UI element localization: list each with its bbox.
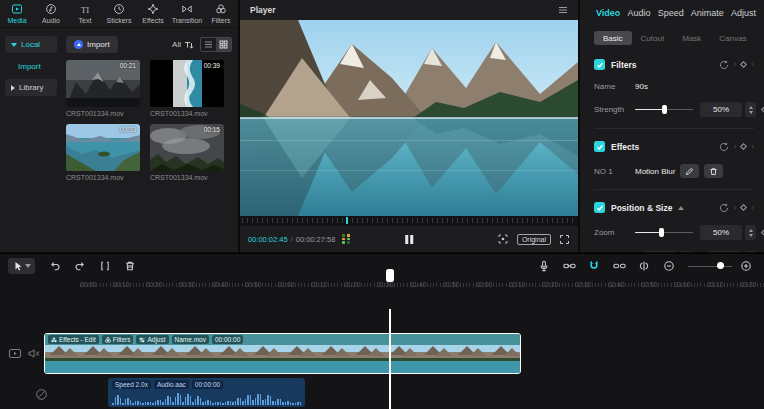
strength-slider[interactable]: [635, 105, 693, 115]
tab-effects[interactable]: Effects: [136, 0, 170, 27]
waveform-bar: [120, 398, 122, 406]
clip-effects-badge[interactable]: Effects - Edit: [48, 335, 99, 344]
zoom-value[interactable]: 50%: [700, 225, 742, 240]
media-thumbnail-wave[interactable]: 00:39: [150, 60, 224, 107]
tab-adjust[interactable]: Adjust: [731, 8, 756, 18]
next-keyframe-icon[interactable]: ›: [751, 143, 754, 151]
timeline-zoom-slider[interactable]: [688, 261, 732, 271]
playhead-line[interactable]: [389, 309, 391, 409]
redo-button[interactable]: [70, 258, 90, 274]
original-quality-button[interactable]: Original: [517, 234, 551, 245]
position-y-value[interactable]: 0: [708, 251, 742, 252]
timeline-ruler[interactable]: 00:0000:1000:2000:3000:4000:5001:0001:10…: [0, 279, 764, 292]
tab-speed[interactable]: Speed: [658, 8, 684, 18]
timeline-audio-clip[interactable]: Speed 2.0x Audio.aac 00:00:00: [108, 378, 305, 407]
mute-audio-track-icon[interactable]: [35, 388, 48, 401]
tab-audio[interactable]: Audio: [34, 0, 68, 27]
import-button[interactable]: Import: [66, 36, 118, 53]
waveform-bar: [112, 403, 114, 405]
subtab-canvas[interactable]: Canvas: [710, 31, 755, 45]
tab-stickers[interactable]: Stickers: [102, 0, 136, 27]
snapping-magnet-icon[interactable]: [584, 258, 604, 274]
position-x-value[interactable]: 0000: [643, 251, 677, 252]
keyframe-icon[interactable]: [740, 143, 747, 150]
keyframe-icon[interactable]: [740, 204, 747, 211]
grid-view-button[interactable]: [216, 38, 231, 51]
audio-speed-badge[interactable]: Speed 2.0x: [112, 380, 151, 389]
sidebar-item-library[interactable]: Library: [5, 79, 57, 96]
filter-all-dropdown[interactable]: All: [172, 40, 181, 49]
prev-keyframe-icon[interactable]: ‹: [734, 204, 737, 212]
tab-filters[interactable]: Filters: [204, 0, 238, 27]
edit-effect-button[interactable]: [680, 164, 699, 178]
media-thumbnail-lake[interactable]: 00:33: [66, 124, 140, 171]
filter-name-value[interactable]: 90s: [635, 82, 648, 91]
mute-video-track-icon[interactable]: [27, 347, 41, 360]
tab-animate[interactable]: Animate: [691, 8, 724, 18]
record-voiceover-icon[interactable]: [534, 258, 554, 274]
collapse-icon[interactable]: [678, 206, 684, 210]
player-menu-icon[interactable]: [558, 6, 568, 14]
waveform-bar: [135, 401, 137, 405]
subtab-mask[interactable]: Mask: [673, 31, 710, 45]
reset-icon[interactable]: [719, 142, 729, 152]
unlink-clips-icon[interactable]: [609, 258, 629, 274]
video-preview[interactable]: [240, 20, 578, 216]
preview-quality-icon[interactable]: [497, 233, 509, 245]
media-filename: CRST001334.mov: [150, 174, 224, 181]
position-y-stepper[interactable]: [745, 251, 756, 252]
filters-icon: [215, 3, 227, 15]
tab-transition[interactable]: Transition: [170, 0, 204, 27]
reset-icon[interactable]: [719, 203, 729, 213]
pause-button[interactable]: [405, 235, 413, 244]
next-keyframe-icon[interactable]: ›: [751, 61, 754, 69]
media-thumbnail-forest[interactable]: 00:15: [150, 124, 224, 171]
link-clips-icon[interactable]: [559, 258, 579, 274]
undo-button[interactable]: [45, 258, 65, 274]
sidebar-item-local[interactable]: Local: [5, 36, 57, 53]
preview-axis-icon[interactable]: [634, 258, 654, 274]
clip-filters-badge[interactable]: Filters: [102, 335, 134, 344]
tab-media[interactable]: Media: [0, 0, 34, 27]
position-x-stepper[interactable]: [680, 251, 691, 252]
delete-effect-button[interactable]: [704, 164, 723, 178]
preview-seek-strip[interactable]: [240, 216, 578, 226]
waveform-bar: [167, 396, 169, 405]
clip-adjust-badge[interactable]: Adjust: [136, 335, 168, 344]
media-thumbnail-mountains[interactable]: 00:21: [66, 60, 140, 107]
zoom-stepper[interactable]: [745, 225, 756, 240]
list-view-button[interactable]: [201, 38, 216, 51]
keyframe-icon[interactable]: [740, 61, 747, 68]
split-button[interactable]: [95, 258, 115, 274]
timeline-video-clip[interactable]: Effects - Edit Filters Adjust Name.mov 0…: [44, 333, 521, 374]
sidebar-item-import[interactable]: Import: [18, 58, 62, 75]
zoom-in-icon[interactable]: [736, 258, 756, 274]
subtab-cutout[interactable]: Cutout: [632, 31, 674, 45]
toggle-video-track-icon[interactable]: [8, 347, 22, 360]
filters-checkbox[interactable]: [594, 59, 605, 70]
audio-levels-icon[interactable]: [342, 234, 350, 244]
effects-checkbox[interactable]: [594, 141, 605, 152]
tab-video[interactable]: Video: [596, 8, 620, 18]
playhead-handle[interactable]: [386, 269, 394, 282]
zoom-slider[interactable]: [635, 228, 693, 238]
tab-text[interactable]: TI Text: [68, 0, 102, 27]
strength-stepper[interactable]: [745, 102, 756, 117]
tab-audio-inspector[interactable]: Audio: [627, 8, 650, 18]
zoom-out-icon[interactable]: [659, 258, 679, 274]
select-tool-button[interactable]: [8, 258, 35, 274]
prev-keyframe-icon[interactable]: ‹: [734, 143, 737, 151]
total-time: 00:00:27:58: [296, 235, 336, 244]
waveform-bar: [252, 400, 254, 405]
reset-icon[interactable]: [719, 60, 729, 70]
next-keyframe-icon[interactable]: ›: [751, 204, 754, 212]
filmstrip-frame: [181, 345, 215, 373]
strength-value[interactable]: 50%: [700, 102, 742, 117]
fullscreen-icon[interactable]: [559, 234, 570, 245]
prev-keyframe-icon[interactable]: ‹: [734, 61, 737, 69]
subtab-basic[interactable]: Basic: [594, 31, 632, 45]
sort-icon[interactable]: [184, 40, 194, 50]
position-checkbox[interactable]: [594, 202, 605, 213]
delete-button[interactable]: [120, 258, 140, 274]
sidebar-item-label: Local: [21, 40, 40, 49]
